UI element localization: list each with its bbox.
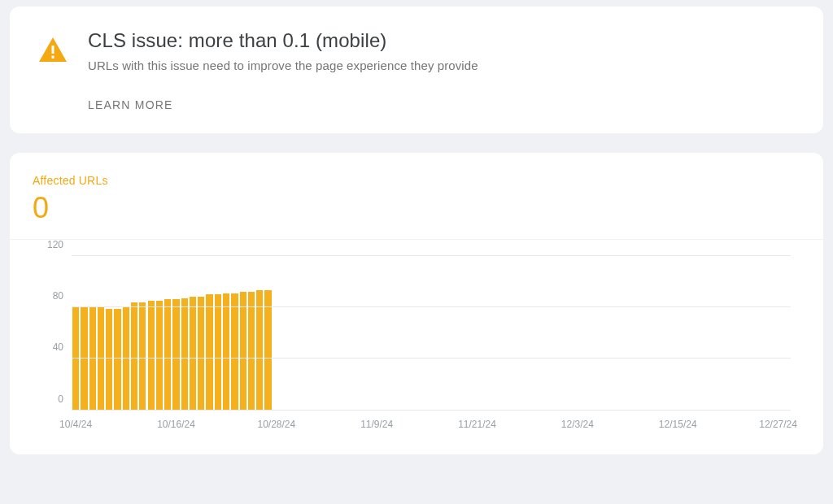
issue-text: CLS issue: more than 0.1 (mobile) URLs w… <box>88 29 794 112</box>
chart-x-tick: 12/15/24 <box>659 419 697 430</box>
chart-bar <box>72 307 79 411</box>
chart-bar <box>98 307 104 411</box>
chart-gridline <box>72 410 791 411</box>
chart-y-tick: 40 <box>33 341 63 353</box>
chart-x-tick: 11/9/24 <box>360 419 393 430</box>
learn-more-link[interactable]: LEARN MORE <box>88 98 173 111</box>
chart-bar <box>123 307 129 411</box>
chart-bar <box>172 299 179 410</box>
chart-bar <box>114 309 120 411</box>
card-divider <box>10 239 823 240</box>
chart-x-tick: 10/4/24 <box>59 419 92 430</box>
chart-bar <box>131 302 137 411</box>
metric-value: 0 <box>33 192 800 224</box>
chart-bar <box>248 292 255 411</box>
svg-rect-1 <box>52 56 55 59</box>
chart-bar <box>231 293 238 411</box>
chart-x-axis: 10/4/2410/16/2410/28/2411/9/2411/21/2412… <box>72 414 791 435</box>
chart-bar <box>81 307 87 411</box>
chart-gridline <box>72 358 791 358</box>
chart-bar <box>139 302 146 411</box>
chart-bar <box>256 290 263 410</box>
chart-bars <box>72 256 791 411</box>
chart-bar <box>190 297 196 410</box>
affected-urls-chart: 04080120 10/4/2410/16/2410/28/2411/9/241… <box>33 248 800 435</box>
chart-bar <box>264 290 271 410</box>
chart-bar <box>198 297 204 410</box>
chart-bar <box>148 301 155 411</box>
chart-y-tick: 0 <box>33 393 63 405</box>
metric-label: Affected URLs <box>33 174 800 187</box>
issue-title: CLS issue: more than 0.1 (mobile) <box>88 29 794 52</box>
chart-x-tick: 10/16/24 <box>157 419 195 430</box>
chart-gridline <box>72 255 791 256</box>
chart-bar <box>156 301 163 411</box>
chart-card: Affected URLs 0 04080120 10/4/2410/16/24… <box>10 153 823 454</box>
chart-gridline <box>72 306 791 307</box>
chart-x-tick: 12/3/24 <box>561 419 594 430</box>
chart-x-tick: 10/28/24 <box>257 419 295 430</box>
chart-bar <box>206 294 212 411</box>
chart-bar <box>240 292 246 411</box>
chart-bar <box>181 298 188 411</box>
issue-subtitle: URLs with this issue need to improve the… <box>88 59 794 72</box>
chart-bar <box>106 309 112 411</box>
svg-rect-0 <box>52 46 55 54</box>
chart-bar <box>164 299 171 410</box>
warning-icon <box>39 37 67 65</box>
chart-y-tick: 120 <box>33 239 63 250</box>
issue-card: CLS issue: more than 0.1 (mobile) URLs w… <box>10 7 823 133</box>
chart-y-tick: 80 <box>33 290 63 302</box>
chart-bar <box>223 293 229 411</box>
issue-header-row: CLS issue: more than 0.1 (mobile) URLs w… <box>39 29 794 112</box>
chart-bar <box>89 307 96 411</box>
chart-x-tick: 12/27/24 <box>759 419 797 430</box>
chart-plot-area: 04080120 <box>72 256 791 411</box>
chart-x-tick: 11/21/24 <box>458 419 496 430</box>
chart-bar <box>215 294 221 411</box>
